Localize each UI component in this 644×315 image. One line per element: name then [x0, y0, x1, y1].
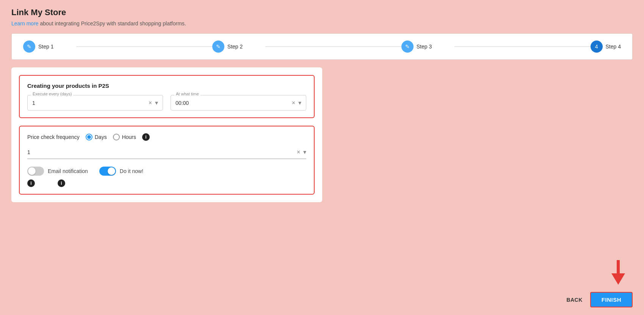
execute-every-chevron[interactable]: ▾ [155, 99, 158, 106]
radio-days-circle [86, 134, 92, 140]
step-3[interactable]: ✎ Step 3 [401, 41, 591, 53]
step-3-label: Step 3 [417, 44, 432, 50]
frequency-chevron[interactable]: ▾ [303, 148, 306, 156]
page-title: Link My Store [11, 8, 633, 17]
do-it-now-label: Do it now! [120, 168, 143, 174]
email-notification-toggle[interactable] [27, 167, 44, 176]
execute-every-field: Execute every (days) 1 × ▾ [27, 95, 163, 111]
do-it-now-info-icon[interactable]: i [58, 179, 65, 187]
execute-every-select[interactable]: 1 × ▾ [27, 95, 163, 111]
step-2-icon: ✎ [212, 41, 224, 53]
at-what-time-controls: × ▾ [292, 99, 301, 106]
step-1-label: Step 1 [38, 44, 53, 50]
step-3-icon: ✎ [401, 41, 414, 53]
page-subtitle: Learn more about integrating Price2Spy w… [11, 20, 633, 27]
email-notification-label: Email notification [48, 168, 88, 174]
at-what-time-field: At what time 00:00 × ▾ [171, 95, 306, 111]
step-2-label: Step 2 [227, 44, 243, 50]
section1-fields: Execute every (days) 1 × ▾ At what time … [27, 95, 306, 111]
frequency-clear[interactable]: × [297, 149, 300, 156]
step-4-label: Step 4 [606, 44, 621, 50]
frequency-value-select[interactable]: 1 × ▾ [27, 145, 306, 159]
execute-every-label: Execute every (days) [31, 92, 73, 96]
arrow-head [611, 273, 625, 285]
radio-hours[interactable]: Hours [113, 134, 136, 140]
arrow-indicator [611, 260, 625, 285]
frequency-controls: × ▾ [297, 148, 306, 156]
email-notification-knob [28, 167, 36, 175]
step-1[interactable]: ✎ Step 1 [23, 41, 212, 53]
radio-days-label: Days [95, 134, 107, 140]
radio-hours-label: Hours [122, 134, 136, 140]
frequency-row: Price check frequency Days Hours i [27, 133, 306, 141]
step-4[interactable]: 4 Step 4 [591, 41, 621, 53]
radio-group: Days Hours [86, 134, 136, 140]
info-icons-row: i i [27, 179, 306, 187]
page-header: Link My Store Learn more about integrati… [11, 8, 633, 27]
frequency-value: 1 [27, 149, 30, 155]
execute-every-clear[interactable]: × [149, 100, 152, 106]
do-it-now-knob [108, 167, 115, 175]
at-what-time-chevron[interactable]: ▾ [298, 99, 301, 106]
step-2[interactable]: ✎ Step 2 [212, 41, 401, 53]
bottom-bar: BACK FINISH [566, 292, 633, 307]
toggles-row: Email notification Do it now! [27, 167, 306, 176]
frequency-info-icon[interactable]: i [142, 133, 150, 141]
main-content: Creating your products in P2S Execute ev… [11, 67, 322, 202]
execute-every-value: 1 [32, 100, 35, 106]
execute-every-controls: × ▾ [149, 99, 158, 106]
at-what-time-select[interactable]: 00:00 × ▾ [171, 95, 306, 111]
do-it-now-toggle-item: Do it now! [99, 167, 143, 176]
email-notification-info-icon[interactable]: i [27, 179, 35, 187]
section1-title: Creating your products in P2S [27, 83, 306, 89]
step-1-icon: ✎ [23, 41, 35, 53]
radio-days[interactable]: Days [86, 134, 107, 140]
step-4-icon: 4 [591, 41, 603, 53]
back-button[interactable]: BACK [566, 297, 582, 303]
email-notification-toggle-item: Email notification [27, 167, 88, 176]
steps-container: ✎ Step 1 ✎ Step 2 ✎ Step 3 4 Step 4 [11, 33, 633, 60]
do-it-now-toggle[interactable] [99, 167, 116, 176]
at-what-time-label: At what time [174, 92, 201, 96]
create-products-section: Creating your products in P2S Execute ev… [19, 75, 315, 118]
at-what-time-clear[interactable]: × [292, 100, 295, 106]
finish-button[interactable]: FINISH [590, 292, 633, 307]
price-check-section: Price check frequency Days Hours i 1 × ▾ [19, 126, 315, 195]
arrow-stem [617, 260, 620, 273]
frequency-label: Price check frequency [27, 134, 80, 140]
learn-more-link[interactable]: Learn more [11, 20, 39, 27]
radio-hours-circle [113, 134, 120, 140]
at-what-time-value: 00:00 [175, 100, 189, 106]
